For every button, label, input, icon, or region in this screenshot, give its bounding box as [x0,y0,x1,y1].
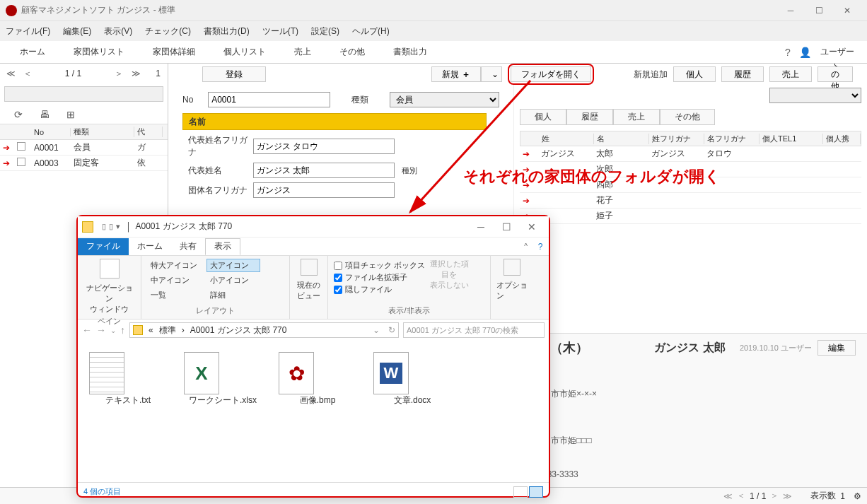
menu-check[interactable]: チェック(C) [145,25,191,37]
layout-l-icon[interactable]: 大アイコン [206,259,260,272]
ribbon-tab-view[interactable]: 表示 [205,238,240,255]
forward-icon[interactable]: → [96,324,106,336]
file-item[interactable]: ✿画像.bmp [279,352,356,471]
print-icon[interactable]: 🖶 [40,109,50,120]
file-item[interactable]: W文章.docx [373,352,451,471]
footer-last-icon[interactable]: ≫ [783,491,792,501]
view-large-icon[interactable] [529,486,543,498]
col-no[interactable]: No [31,128,71,136]
help-icon[interactable]: ? [779,47,796,58]
hidden-toggle[interactable] [334,286,342,294]
menu-view[interactable]: 表示(V) [104,25,132,37]
col-tel[interactable]: 個人TEL1 [760,134,823,144]
layout-detail[interactable]: 詳細 [206,288,260,302]
tab-person-list[interactable]: 個人リスト [209,41,280,64]
menu-setting[interactable]: 設定(S) [311,25,339,37]
rtab-history[interactable]: 履歴 [566,109,613,125]
rtab-sales[interactable]: 売上 [613,109,660,125]
rep-name-input[interactable] [253,163,395,178]
footer-prev-icon[interactable]: ＜ [737,490,745,502]
user-icon[interactable]: 👤 [796,47,813,58]
tab-family-list[interactable]: 家団体リスト [59,41,139,64]
layout-m-icon[interactable]: 中アイコン [147,274,201,287]
prev-page-icon[interactable]: ＜ [21,68,34,80]
explorer-close-button[interactable]: ✕ [519,221,545,233]
nav-pane-button[interactable]: ナビゲーション ウィンドウ [83,283,135,315]
person-button[interactable]: 個人 [673,66,716,82]
rep-furi-input[interactable] [253,139,395,154]
up-icon[interactable]: ↑ [120,324,125,336]
col-rest[interactable]: 個人携 [823,134,861,144]
file-item[interactable]: テキスト.txt [89,352,167,471]
add-icon[interactable]: ⊞ [66,109,75,120]
table-row[interactable]: ➔花子 [520,193,861,209]
col-seif[interactable]: 姓フリガナ [649,134,704,144]
new-button[interactable]: 新規 ＋ [431,66,481,82]
explorer-maximize-button[interactable]: ☐ [494,221,519,233]
minimize-button[interactable]: ─ [776,0,805,21]
first-page-icon[interactable]: ≪ [4,69,17,78]
item-checkbox-toggle[interactable] [334,262,342,270]
tab-home[interactable]: ホーム [6,41,59,64]
menu-tool[interactable]: ツール(T) [262,25,298,37]
explorer-minimize-button[interactable]: ─ [468,221,494,233]
edit-button[interactable]: 編集 [817,340,856,356]
close-button[interactable]: ✕ [833,0,861,21]
history-dropdown-icon[interactable]: ⌄ [110,327,116,334]
col-type[interactable]: 種類 [71,127,134,137]
tab-sales[interactable]: 売上 [280,41,325,64]
user-label[interactable]: ユーザー [813,46,861,58]
sales-button[interactable]: 売上 [769,66,812,82]
explorer-search[interactable]: A0001 ガンジス 太郎 770の検索 [403,322,545,338]
file-item[interactable]: Xワークシート.xlsx [184,352,262,471]
open-folder-button[interactable]: フォルダを開く [511,66,591,82]
rtab-other[interactable]: その他 [660,109,715,125]
rtab-person[interactable]: 個人 [520,109,566,125]
gear-icon[interactable]: ⚙ [854,491,861,501]
footer-first-icon[interactable]: ≪ [723,491,733,501]
qat-icon[interactable]: ▯ [102,222,106,231]
table-row[interactable]: ➔ガンジス太郎ガンジスタロウ [520,146,861,162]
table-row[interactable]: ➔姫子 [520,209,861,224]
ribbon-tab-share[interactable]: 共有 [171,238,205,255]
address-bar[interactable]: « 標準 › A0001 ガンジス 太郎 770 ⌄ ↻ [129,322,399,338]
menu-file[interactable]: ファイル(F) [6,25,50,37]
layout-s-icon[interactable]: 小アイコン [206,274,260,287]
tab-family-detail[interactable]: 家団体詳細 [139,41,209,64]
qat-dropdown-icon[interactable]: ▾ [116,222,120,231]
current-view-button[interactable]: 現在の ビュー [297,280,320,301]
ribbon-collapse-icon[interactable]: ^ [524,242,528,250]
other-button[interactable]: その他 [817,66,853,82]
table-row[interactable]: ➔ A0003 固定客 依 [0,156,168,171]
col-mei[interactable]: 名 [594,134,649,144]
register-button[interactable]: 登録 [202,66,266,82]
col-meif[interactable]: 名フリガナ [704,134,760,144]
hide-selected-button[interactable]: 選択した項目を 表示しない [429,259,469,291]
col-sei[interactable]: 姓 [539,134,594,144]
table-row[interactable]: ➔ A0001 会員 ガ [0,140,168,156]
tab-doc-out[interactable]: 書類出力 [379,41,441,64]
maximize-button[interactable]: ☐ [805,0,833,21]
next-page-icon[interactable]: ＞ [112,68,125,80]
qat-icon[interactable]: ▯ [109,222,113,231]
view-details-icon[interactable] [513,486,528,498]
refresh-icon[interactable]: ⟳ [14,109,23,120]
menu-doc[interactable]: 書類出力(D) [204,25,250,37]
last-page-icon[interactable]: ≫ [129,69,142,78]
footer-next-icon[interactable]: ＞ [770,490,779,502]
right-select[interactable] [769,88,861,103]
ribbon-tab-home[interactable]: ホーム [129,238,171,255]
back-icon[interactable]: ← [82,324,92,336]
menu-edit[interactable]: 編集(E) [63,25,91,37]
grp-furi-input[interactable] [253,182,395,198]
col-rest[interactable]: 代 [134,127,163,137]
ribbon-tab-file[interactable]: ファイル [78,238,129,255]
no-input[interactable] [208,92,330,107]
layout-xl-icon[interactable]: 特大アイコン [147,259,201,272]
search-input[interactable] [4,86,163,102]
layout-list[interactable]: 一覧 [147,288,201,302]
dropdown-button[interactable]: ⌄ [481,66,502,82]
ribbon-help-icon[interactable]: ? [532,242,549,252]
file-ext-toggle[interactable] [334,274,342,282]
history-button[interactable]: 履歴 [721,66,764,82]
